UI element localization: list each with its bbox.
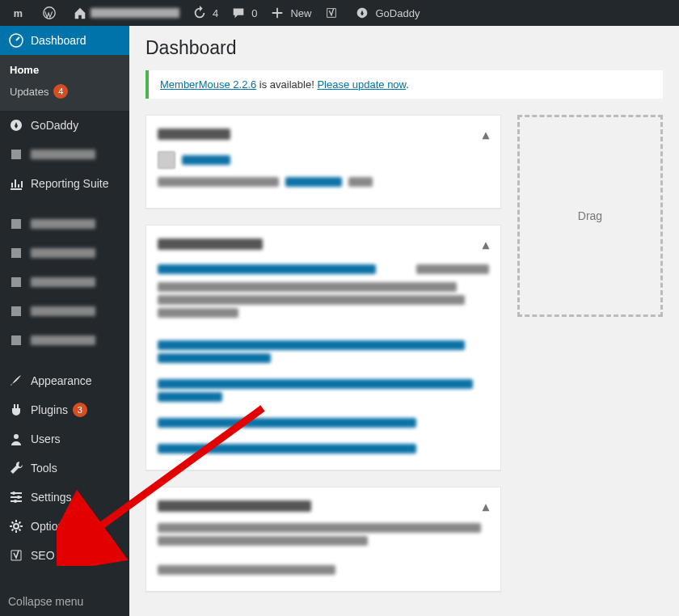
pages-icon (158, 151, 175, 169)
sidebar-item-label: GoDaddy (31, 119, 78, 132)
news-link-blurred[interactable] (158, 392, 222, 402)
dashboard-icon (8, 32, 24, 49)
news-date-blurred (416, 264, 489, 274)
widget-title-blurred (158, 129, 230, 140)
notice-mid-text: is available! (256, 78, 317, 91)
sidebar-item-godaddy[interactable]: GoDaddy (0, 111, 129, 140)
wp-icon (42, 6, 57, 20)
notice-update-link[interactable]: Please update now (317, 78, 406, 91)
badge: 3 (73, 403, 87, 417)
updates-item[interactable]: 4 (186, 0, 225, 26)
svg-rect-4 (11, 219, 21, 229)
widget-at-a-glance: ▴ (146, 115, 501, 209)
dropzone-text: Drag (578, 209, 602, 222)
update-notice: MemberMouse 2.2.6 is available! Please u… (146, 70, 663, 99)
wp-version-blurred (158, 177, 279, 187)
sidebar-item-label: Users (31, 432, 61, 445)
svg-point-11 (17, 496, 20, 499)
svg-rect-7 (11, 306, 21, 316)
plugin-icon (8, 402, 24, 418)
yoast-text-blurred (158, 523, 481, 533)
sidebar-item-settings[interactable]: Settings (0, 483, 129, 512)
collapse-label: Collapse menu (8, 595, 83, 608)
svg-rect-3 (11, 150, 21, 159)
sidebar-label-blurred (31, 248, 95, 258)
news-link-blurred[interactable] (158, 264, 376, 274)
sidebar-item-label: Tools (31, 462, 57, 475)
sidebar-item-tools[interactable]: Tools (0, 454, 129, 483)
notice-plugin-link[interactable]: MemberMouse 2.2.6 (160, 78, 256, 91)
comments-item-label: 0 (251, 7, 257, 19)
svg-rect-8 (11, 335, 21, 345)
svg-point-12 (14, 500, 17, 503)
sidebar-item-label: Settings (31, 491, 72, 504)
gear-icon (8, 518, 24, 534)
badge: 4 (53, 84, 68, 99)
plus-icon (270, 6, 285, 20)
godaddy-item[interactable]: GoDaddy (348, 0, 426, 26)
svg-rect-5 (11, 248, 21, 258)
svg-rect-6 (11, 277, 21, 287)
widget-toggle-icon[interactable]: ▴ (483, 499, 489, 514)
sidebar-item-label: Plugins (31, 403, 68, 416)
subitem-label: Home (10, 64, 39, 76)
news-link-blurred[interactable] (158, 340, 465, 350)
news-link-blurred[interactable] (158, 418, 416, 428)
yoast-icon (8, 547, 24, 563)
sidebar-item-seo[interactable]: SEO (0, 541, 129, 570)
yoast-item[interactable] (318, 0, 348, 26)
news-link-blurred[interactable] (158, 379, 473, 389)
sidebar-item-pages[interactable] (0, 238, 129, 268)
widget-toggle-icon[interactable]: ▴ (483, 127, 489, 142)
widget-toggle-icon[interactable]: ▴ (483, 237, 489, 252)
sidebar-label-blurred (31, 277, 95, 287)
sidebar-item-label: Dashboard (31, 34, 86, 47)
yoast-text-blurred (158, 565, 335, 575)
m-icon: m (11, 6, 26, 20)
sidebar-item-options[interactable]: Options (0, 512, 129, 541)
sidebar-item-appearance[interactable]: Appearance (0, 366, 129, 395)
widget-title-blurred (158, 238, 263, 250)
admin-sidebar: DashboardHomeUpdates4GoDaddyReporting Su… (0, 26, 129, 616)
news-text-blurred (158, 295, 465, 305)
comments-item[interactable]: 0 (225, 0, 264, 26)
sidebar-item-dashboard[interactable]: Dashboard (0, 26, 129, 55)
subitem-label: Updates (10, 86, 48, 98)
new-item[interactable]: New (264, 0, 318, 26)
generic-icon (8, 274, 24, 290)
brush-icon (8, 373, 24, 389)
sidebar-item-modules[interactable] (0, 268, 129, 297)
site-home[interactable] (66, 0, 186, 26)
dashboard-columns: ▴ ▴ (146, 115, 663, 592)
notice-end: . (406, 78, 409, 91)
sidebar-item-users[interactable]: Users (0, 424, 129, 454)
sidebar-item-downloads[interactable] (0, 326, 129, 355)
sidebar-item-media[interactable] (0, 209, 129, 238)
sidebar-subitem-updates[interactable]: Updates4 (0, 80, 129, 103)
svg-point-10 (12, 492, 15, 495)
m-menu-icon[interactable]: m (5, 0, 36, 26)
pages-count-blurred[interactable] (182, 155, 230, 165)
sidebar-submenu-dashboard: HomeUpdates4 (0, 55, 129, 111)
widget-dropzone[interactable]: Drag (517, 115, 663, 317)
sidebar-subitem-home[interactable]: Home (0, 60, 129, 80)
sidebar-item-bonuses[interactable] (0, 297, 129, 326)
collapse-menu[interactable]: Collapse menu (0, 587, 129, 616)
news-link-blurred[interactable] (158, 353, 271, 363)
wordpress-icon[interactable] (36, 0, 66, 26)
sidebar-item-plugins[interactable]: Plugins3 (0, 395, 129, 424)
generic-icon (8, 146, 24, 162)
wrench-icon (8, 460, 24, 476)
updates-item-label: 4 (213, 7, 218, 19)
sidebar-item-membermouse[interactable] (0, 140, 129, 169)
sidebar-label-blurred (31, 150, 95, 159)
generic-icon (8, 332, 24, 348)
sidebar-item-reporting[interactable]: Reporting Suite (0, 169, 129, 198)
sidebar-item-label: SEO (31, 549, 55, 562)
godaddy-icon (355, 6, 369, 20)
yoast-text-blurred (158, 536, 368, 546)
sliders-icon (8, 489, 24, 505)
page-title: Dashboard (146, 37, 663, 59)
news-link-blurred[interactable] (158, 444, 416, 454)
theme-link-blurred[interactable] (285, 177, 342, 187)
